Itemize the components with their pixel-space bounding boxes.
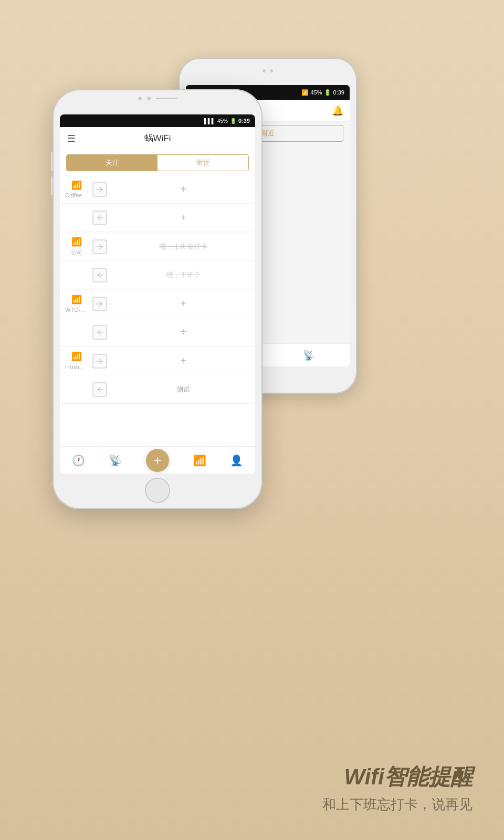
wifi-row-company-in[interactable]: 📶 公司 嘿，上班要打卡 [60, 233, 255, 261]
add-icon-4[interactable]: + [180, 355, 186, 367]
checkin-in-icon-2[interactable] [92, 239, 107, 254]
wifi-group-company: 📶 公司 嘿，上班要打卡 [60, 233, 255, 289]
checkin-out-col-1 [88, 211, 111, 225]
tab-switcher[interactable]: 关注 附近 [66, 154, 249, 171]
front-power [262, 158, 264, 189]
action-col-add-3[interactable]: + [111, 298, 255, 310]
front-status-bar: ▌▌▌ 45% 🔋 0:39 [60, 114, 255, 127]
wifi-signal-icon-1: 📶 [71, 180, 82, 190]
wifi-name-3: WTC-OFFI... [65, 307, 88, 313]
wifi-signal-icon-3: 📶 [71, 295, 82, 304]
checkin-in-col-4 [88, 354, 111, 369]
wifi-row-wtc-out[interactable]: + [60, 318, 255, 346]
add-icon-1b[interactable]: + [180, 212, 186, 224]
wifi-signal-icon-4: 📶 [71, 351, 82, 361]
app-title: 蜗WiFi [144, 132, 171, 144]
back-status-time: 0:39 [333, 89, 344, 96]
wifi-icon-col-3: 📶 WTC-OFFI... [65, 295, 88, 313]
wifi-list: 📶 Coffee Meet + [60, 175, 255, 404]
front-screen: ▌▌▌ 45% 🔋 0:39 ☰ 蜗WiFi 关注 附近 📶 Coffee Me… [60, 114, 255, 474]
tab-nearby[interactable]: 附近 [158, 155, 248, 171]
action-col-add-3b[interactable]: + [111, 326, 255, 338]
action-col-text-2[interactable]: 嘿，上班要打卡 [111, 242, 255, 251]
checkin-in-icon-3[interactable] [92, 297, 107, 311]
wifi-row-coffee-meet-in[interactable]: 📶 Coffee Meet + [60, 175, 255, 204]
wifi-signal-icon-2: 📶 [71, 237, 82, 247]
checkin-in-col-1 [88, 182, 111, 197]
checkin-out-icon-2[interactable] [92, 268, 107, 282]
bottom-nav[interactable]: 🕐 📡 + 📶 👤 [60, 446, 255, 474]
wifi-row-foshan-in[interactable]: 📶 i-foshan鲜... + [60, 347, 255, 375]
wifi-group-coffee-meet: 📶 Coffee Meet + [60, 175, 255, 232]
checkin-out-icon-3[interactable] [92, 325, 107, 340]
front-camera-dot-1 [138, 97, 142, 100]
nav-profile-icon[interactable]: 👤 [230, 454, 243, 467]
back-status-signal: 📶 45% 🔋 [301, 89, 331, 96]
wifi-icon-col-4: 📶 i-foshan鲜... [65, 351, 88, 371]
main-slogan: Wifi智能提醒 [0, 764, 472, 790]
nav-radar-icon[interactable]: 📡 [109, 454, 122, 467]
test-text: 测试 [176, 385, 190, 394]
back-tab-radar-icon[interactable]: 📡 [303, 350, 314, 361]
front-vol-up [51, 152, 52, 171]
wifi-row-wtc-in[interactable]: 📶 WTC-OFFI... + [60, 290, 255, 318]
wifi-name-1: Coffee Meet [65, 192, 88, 198]
menu-icon[interactable]: ☰ [67, 133, 76, 144]
front-camera-dot-2 [147, 97, 151, 100]
add-icon-3b[interactable]: + [180, 326, 186, 338]
add-icon-1[interactable]: + [180, 183, 186, 195]
action-col-text-2b[interactable]: 嘿，下班子 [111, 270, 255, 280]
bell-icon: 🔔 [332, 105, 343, 117]
action-col-add-4[interactable]: + [111, 355, 255, 367]
sub-slogan: 和上下班忘打卡，说再见 [0, 795, 472, 814]
nav-add-button[interactable]: + [146, 449, 169, 472]
front-speaker [156, 98, 177, 99]
checkin-out-icon-1[interactable] [92, 211, 107, 225]
wifi-name-2: 公司 [71, 249, 82, 257]
wifi-row-coffee-meet-out[interactable]: + [60, 204, 255, 232]
nav-wifi-icon[interactable]: 📶 [193, 454, 206, 467]
app-header: ☰ 蜗WiFi [60, 127, 255, 150]
tab-follow[interactable]: 关注 [67, 155, 158, 171]
add-icon-3[interactable]: + [180, 298, 186, 310]
checkin-in-col-2 [88, 239, 111, 254]
wifi-row-foshan-out[interactable]: 测试 [60, 375, 255, 404]
nav-clock-icon[interactable]: 🕐 [72, 454, 85, 467]
front-vol-down [51, 176, 52, 195]
action-col-add-1b[interactable]: + [111, 212, 255, 224]
checkin-out-col-3 [88, 325, 111, 340]
front-camera-area [138, 97, 177, 100]
signal-icon: ▌▌▌ [204, 118, 215, 124]
checkin-in-text-2: 嘿，上班要打卡 [160, 242, 207, 251]
wifi-group-wtc: 📶 WTC-OFFI... + [60, 290, 255, 346]
back-camera-area [262, 69, 273, 72]
checkin-out-col-4 [88, 382, 111, 397]
battery-icon: 🔋 [230, 118, 236, 124]
action-col-text-4b[interactable]: 测试 [111, 385, 255, 394]
back-camera-dot-1 [262, 69, 266, 72]
wifi-group-foshan: 📶 i-foshan鲜... + [60, 347, 255, 404]
checkin-out-icon-4[interactable] [92, 382, 107, 397]
wifi-name-4: i-foshan鲜... [65, 363, 88, 371]
checkin-in-icon-4[interactable] [92, 354, 107, 369]
checkin-in-col-3 [88, 297, 111, 311]
checkin-out-col-2 [88, 268, 111, 282]
battery-level: 45% [217, 118, 228, 124]
status-time: 0:39 [238, 118, 250, 124]
wifi-icon-col-2: 📶 公司 [65, 237, 88, 257]
wifi-icon-col-1: 📶 Coffee Meet [65, 180, 88, 198]
back-camera-dot-2 [270, 69, 273, 72]
checkin-out-text-2: 嘿，下班子 [166, 270, 201, 280]
wifi-row-company-out[interactable]: 嘿，下班子 [60, 261, 255, 289]
bottom-section: Wifi智能提醒 和上下班忘打卡，说再见 [0, 764, 504, 814]
front-home-button[interactable] [145, 478, 170, 503]
front-phone: ▌▌▌ 45% 🔋 0:39 ☰ 蜗WiFi 关注 附近 📶 Coffee Me… [52, 89, 262, 509]
checkin-in-icon-1[interactable] [92, 182, 107, 197]
action-col-add-1[interactable]: + [111, 183, 255, 195]
